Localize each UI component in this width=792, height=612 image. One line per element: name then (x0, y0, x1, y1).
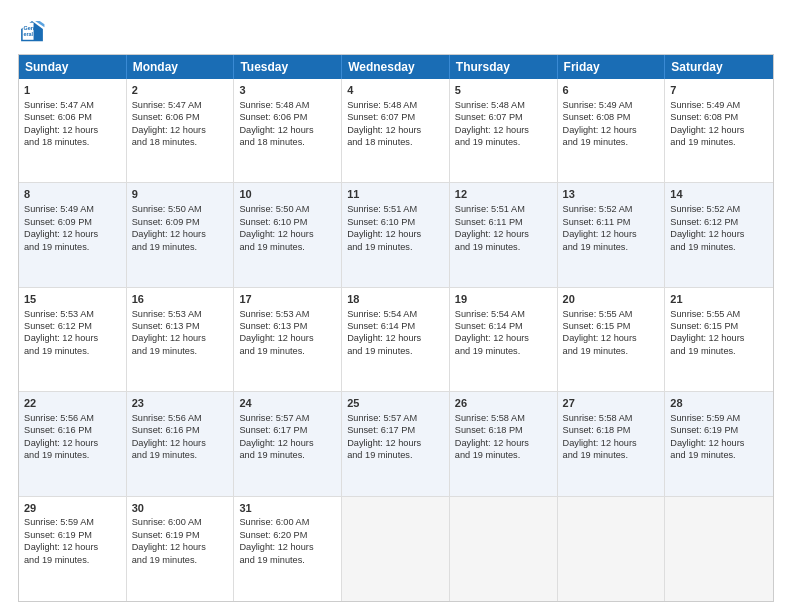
day-info: and 19 minutes. (563, 345, 660, 357)
day-info: Daylight: 12 hours (24, 228, 121, 240)
day-number: 21 (670, 292, 768, 307)
day-number: 29 (24, 501, 121, 516)
calendar-cell: 25Sunrise: 5:57 AMSunset: 6:17 PMDayligh… (342, 392, 450, 495)
day-number: 30 (132, 501, 229, 516)
day-info: Sunset: 6:07 PM (455, 111, 552, 123)
weekday-header: Thursday (450, 55, 558, 79)
day-info: Daylight: 12 hours (455, 124, 552, 136)
day-info: Sunrise: 5:48 AM (239, 99, 336, 111)
day-info: Daylight: 12 hours (347, 124, 444, 136)
day-info: Sunrise: 5:57 AM (347, 412, 444, 424)
calendar-cell: 13Sunrise: 5:52 AMSunset: 6:11 PMDayligh… (558, 183, 666, 286)
day-info: and 19 minutes. (24, 449, 121, 461)
day-info: Daylight: 12 hours (670, 437, 768, 449)
day-info: Daylight: 12 hours (239, 228, 336, 240)
day-info: Sunrise: 5:56 AM (132, 412, 229, 424)
day-info: and 18 minutes. (239, 136, 336, 148)
day-info: Sunrise: 5:53 AM (239, 308, 336, 320)
day-info: Sunset: 6:09 PM (132, 216, 229, 228)
day-info: Sunset: 6:11 PM (455, 216, 552, 228)
day-info: Sunset: 6:13 PM (239, 320, 336, 332)
day-number: 12 (455, 187, 552, 202)
day-info: Sunrise: 5:55 AM (670, 308, 768, 320)
calendar-cell: 22Sunrise: 5:56 AMSunset: 6:16 PMDayligh… (19, 392, 127, 495)
calendar: SundayMondayTuesdayWednesdayThursdayFrid… (18, 54, 774, 602)
day-info: Sunrise: 5:59 AM (24, 516, 121, 528)
day-info: Sunrise: 5:52 AM (670, 203, 768, 215)
day-info: Sunset: 6:12 PM (670, 216, 768, 228)
day-number: 27 (563, 396, 660, 411)
day-info: and 19 minutes. (670, 449, 768, 461)
calendar-cell: 19Sunrise: 5:54 AMSunset: 6:14 PMDayligh… (450, 288, 558, 391)
day-info: Sunrise: 6:00 AM (132, 516, 229, 528)
calendar-cell: 17Sunrise: 5:53 AMSunset: 6:13 PMDayligh… (234, 288, 342, 391)
day-info: Sunset: 6:09 PM (24, 216, 121, 228)
calendar-cell: 2Sunrise: 5:47 AMSunset: 6:06 PMDaylight… (127, 79, 235, 182)
day-info: and 19 minutes. (347, 449, 444, 461)
day-info: and 19 minutes. (132, 449, 229, 461)
day-info: Sunrise: 5:47 AM (24, 99, 121, 111)
calendar-row: 8Sunrise: 5:49 AMSunset: 6:09 PMDaylight… (19, 183, 773, 287)
day-info: Sunset: 6:19 PM (24, 529, 121, 541)
day-info: Daylight: 12 hours (239, 332, 336, 344)
day-info: Sunset: 6:15 PM (563, 320, 660, 332)
day-info: Sunset: 6:13 PM (132, 320, 229, 332)
day-info: Sunset: 6:11 PM (563, 216, 660, 228)
day-info: and 19 minutes. (239, 554, 336, 566)
day-info: Sunrise: 5:49 AM (670, 99, 768, 111)
day-info: Sunrise: 5:49 AM (563, 99, 660, 111)
day-info: and 19 minutes. (132, 345, 229, 357)
day-info: Daylight: 12 hours (455, 437, 552, 449)
day-info: Sunset: 6:08 PM (563, 111, 660, 123)
calendar-cell: 23Sunrise: 5:56 AMSunset: 6:16 PMDayligh… (127, 392, 235, 495)
day-number: 31 (239, 501, 336, 516)
day-info: and 19 minutes. (455, 136, 552, 148)
day-number: 20 (563, 292, 660, 307)
calendar-cell: 26Sunrise: 5:58 AMSunset: 6:18 PMDayligh… (450, 392, 558, 495)
day-number: 17 (239, 292, 336, 307)
day-info: Daylight: 12 hours (347, 332, 444, 344)
calendar-cell: 27Sunrise: 5:58 AMSunset: 6:18 PMDayligh… (558, 392, 666, 495)
day-info: Daylight: 12 hours (132, 541, 229, 553)
calendar-header: SundayMondayTuesdayWednesdayThursdayFrid… (19, 55, 773, 79)
day-info: Daylight: 12 hours (132, 124, 229, 136)
day-number: 15 (24, 292, 121, 307)
day-info: Sunset: 6:17 PM (347, 424, 444, 436)
day-number: 18 (347, 292, 444, 307)
day-info: and 19 minutes. (239, 241, 336, 253)
day-number: 19 (455, 292, 552, 307)
weekday-header: Friday (558, 55, 666, 79)
day-info: Daylight: 12 hours (455, 228, 552, 240)
day-info: Daylight: 12 hours (24, 437, 121, 449)
day-info: Sunrise: 5:58 AM (455, 412, 552, 424)
day-info: Sunrise: 5:49 AM (24, 203, 121, 215)
day-info: Daylight: 12 hours (239, 437, 336, 449)
day-info: Sunset: 6:06 PM (132, 111, 229, 123)
day-info: Sunset: 6:12 PM (24, 320, 121, 332)
weekday-header: Wednesday (342, 55, 450, 79)
calendar-cell: 12Sunrise: 5:51 AMSunset: 6:11 PMDayligh… (450, 183, 558, 286)
calendar-cell: 5Sunrise: 5:48 AMSunset: 6:07 PMDaylight… (450, 79, 558, 182)
day-info: Sunrise: 5:59 AM (670, 412, 768, 424)
day-info: and 19 minutes. (563, 449, 660, 461)
day-number: 7 (670, 83, 768, 98)
day-info: Sunrise: 5:53 AM (24, 308, 121, 320)
calendar-cell: 31Sunrise: 6:00 AMSunset: 6:20 PMDayligh… (234, 497, 342, 601)
day-info: and 19 minutes. (347, 345, 444, 357)
day-info: Sunset: 6:20 PM (239, 529, 336, 541)
calendar-cell: 14Sunrise: 5:52 AMSunset: 6:12 PMDayligh… (665, 183, 773, 286)
day-info: Sunrise: 6:00 AM (239, 516, 336, 528)
day-info: Sunset: 6:16 PM (132, 424, 229, 436)
calendar-cell: 29Sunrise: 5:59 AMSunset: 6:19 PMDayligh… (19, 497, 127, 601)
day-info: Sunrise: 5:50 AM (132, 203, 229, 215)
day-info: Sunset: 6:07 PM (347, 111, 444, 123)
day-number: 25 (347, 396, 444, 411)
day-info: and 19 minutes. (670, 345, 768, 357)
day-number: 9 (132, 187, 229, 202)
calendar-row: 15Sunrise: 5:53 AMSunset: 6:12 PMDayligh… (19, 288, 773, 392)
day-info: Sunset: 6:06 PM (24, 111, 121, 123)
day-number: 4 (347, 83, 444, 98)
day-number: 28 (670, 396, 768, 411)
day-number: 23 (132, 396, 229, 411)
day-number: 5 (455, 83, 552, 98)
